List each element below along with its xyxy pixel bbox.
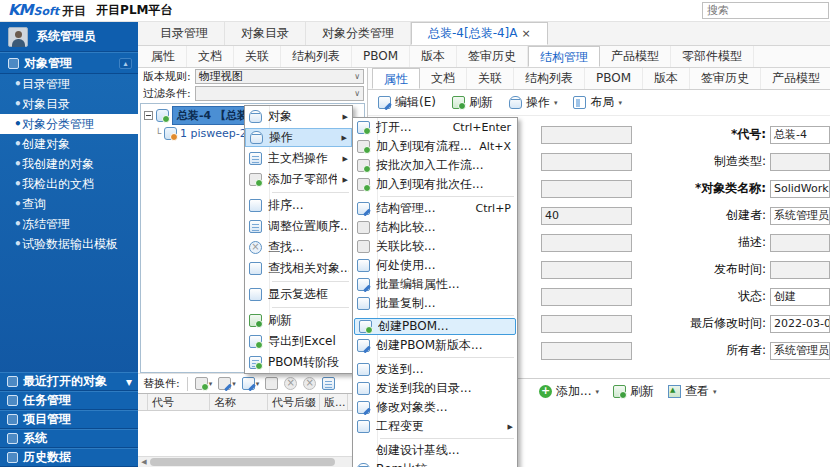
edit-doc-button[interactable]: ▾ (242, 377, 260, 390)
add-replace-part-button[interactable]: ▾ (195, 377, 213, 390)
edit-button[interactable]: 编辑(E) (378, 94, 436, 111)
field-input-owner[interactable]: 系统管理员 (770, 342, 830, 360)
version-rule-select[interactable]: 物理视图 ∨ (195, 69, 364, 84)
menu-item-find[interactable]: 查找... (245, 237, 352, 258)
close-tab-icon[interactable]: × (522, 22, 531, 45)
operation-button[interactable]: 操作▾ (509, 94, 558, 111)
field-input-code[interactable]: 总装-4 (770, 126, 830, 144)
submenu-item-send-my-folder[interactable]: 发送到我的目录... (353, 379, 517, 398)
tab-structure-management-active[interactable]: 结构管理 (528, 46, 600, 67)
field-input-creator[interactable]: 系统管理员 (770, 207, 830, 225)
rtab-structure-list[interactable]: 结构列表 (514, 68, 585, 89)
submenu-item-send-to[interactable]: 发送到... (353, 360, 517, 379)
rtab-pbom[interactable]: PBOM (585, 68, 643, 89)
submenu-item-batch-workflow[interactable]: 按批次加入工作流... (353, 156, 517, 175)
bottom-refresh-button[interactable]: 刷新 (613, 383, 654, 400)
clipboard-button[interactable] (322, 377, 335, 390)
refresh-button[interactable]: 刷新 (452, 94, 493, 111)
view-button[interactable]: 查看▾ (668, 383, 717, 400)
sidebar-section-system[interactable]: 系统 (0, 429, 138, 448)
submenu-item-design-baseline[interactable]: 创建设计基线... (353, 441, 517, 460)
tab-approval-history[interactable]: 签审历史 (457, 46, 528, 67)
submenu-item-batch-task[interactable]: 加入到现有批次任... (353, 175, 517, 194)
sidebar-user-row[interactable]: 系统管理员 (0, 22, 138, 52)
collapse-node-icon[interactable] (144, 111, 153, 120)
menu-item-add-child-part[interactable]: 添加子零部件▶ (245, 169, 352, 190)
sidebar-item-create-object[interactable]: •创建对象 (0, 134, 138, 154)
edit-gear-button[interactable]: ▾ (218, 377, 236, 390)
sidebar-section-object-management[interactable]: 对象管理 ▴ (0, 52, 138, 74)
tab-part-model[interactable]: 零部件模型 (671, 46, 754, 67)
column-name[interactable]: 名称 (210, 394, 268, 410)
sidebar-item-test-data-template[interactable]: •试验数据输出模板 (0, 234, 138, 254)
submenu-item-batch-copy[interactable]: 批量复制... (353, 294, 517, 313)
left-field-input[interactable] (541, 153, 632, 171)
rtab-documents[interactable]: 文档 (420, 68, 467, 89)
field-input-object-class[interactable]: SolidWorks零 (770, 180, 830, 198)
sidebar-item-object-classification[interactable]: •对象分类管理 (0, 114, 138, 134)
left-field-input[interactable] (541, 261, 632, 279)
field-input-last-modified[interactable]: 2022-03-07 1 (770, 315, 830, 333)
horizontal-scrollbar[interactable]: ◀ (138, 456, 367, 467)
sidebar-item-freeze-management[interactable]: •冻结管理 (0, 214, 138, 234)
left-field-input[interactable] (541, 288, 632, 306)
left-field-input[interactable]: 40 (541, 207, 632, 225)
left-field-input[interactable] (541, 234, 632, 252)
global-search-input[interactable] (702, 2, 829, 19)
expand-arrow-icon[interactable]: ▾ (126, 375, 132, 389)
submenu-item-relation-compare[interactable]: 关联比较... (353, 237, 517, 256)
sidebar-section-history-data[interactable]: 历史数据 (0, 448, 138, 467)
field-input-description[interactable] (770, 234, 830, 252)
field-input-status[interactable]: 创建 (770, 288, 830, 306)
add-button[interactable]: +添加...▾ (539, 383, 599, 400)
tab-properties[interactable]: 属性 (140, 46, 187, 67)
filter-select[interactable]: ∨ (195, 86, 364, 101)
sidebar-item-query[interactable]: •查询 (0, 194, 138, 214)
left-field-input[interactable] (541, 180, 632, 198)
column-version[interactable]: 版... (320, 394, 348, 410)
tab-object-catalog[interactable]: 对象目录 (225, 22, 306, 45)
layout-button[interactable]: 布局▾ (573, 94, 622, 111)
submenu-item-add-to-flow[interactable]: 加入到现有流程...Alt+X (353, 137, 517, 156)
rtab-version[interactable]: 版本 (643, 68, 690, 89)
submenu-item-engineering-change[interactable]: 工程变更▶ (353, 417, 517, 436)
tab-product-model[interactable]: 产品模型 (600, 46, 671, 67)
menu-item-pbom-stage[interactable]: PBOM转阶段 (245, 352, 352, 373)
submenu-item-batch-edit[interactable]: 批量编辑属性... (353, 275, 517, 294)
submenu-item-create-pbom-highlighted[interactable]: 创建PBOM... (354, 318, 516, 335)
left-field-input[interactable] (541, 342, 632, 360)
left-field-input[interactable] (541, 315, 632, 333)
sidebar-section-task-management[interactable]: 任务管理 (0, 391, 138, 410)
tab-structure-list[interactable]: 结构列表 (281, 46, 352, 67)
rtab-relations[interactable]: 关联 (467, 68, 514, 89)
sidebar-item-catalog-management[interactable]: •目录管理 (0, 74, 138, 94)
rtab-properties-active[interactable]: 属性 (372, 68, 420, 89)
menu-item-show-checkbox[interactable]: 显示复选框 (245, 284, 352, 305)
sidebar-section-project-management[interactable]: 项目管理 (0, 410, 138, 429)
menu-item-object[interactable]: 对象▶ (245, 106, 352, 127)
column-code-suffix[interactable]: 代号后缀 (268, 394, 320, 410)
submenu-item-create-pbom-version[interactable]: 创建PBOM新版本... (353, 336, 517, 355)
scroll-left-icon[interactable]: ◀ (139, 457, 149, 467)
column-code[interactable]: 代号 (148, 394, 210, 410)
tab-catalog-management[interactable]: 目录管理 (144, 22, 225, 45)
collapse-arrow-icon[interactable]: ▴ (119, 58, 132, 69)
rtab-product-model[interactable]: 产品模型 (761, 68, 830, 89)
submenu-item-structure-manage[interactable]: 结构管理...Ctrl+P (353, 199, 517, 218)
tab-object-classification[interactable]: 对象分类管理 (306, 22, 411, 45)
submenu-item-open[interactable]: 打开...Ctrl+Enter (353, 118, 517, 137)
scrollbar-thumb[interactable] (150, 458, 335, 466)
sidebar-item-my-checked-out-docs[interactable]: •我检出的文档 (0, 174, 138, 194)
menu-item-adjust-order[interactable]: 调整位置顺序... (245, 216, 352, 237)
tab-relations[interactable]: 关联 (234, 46, 281, 67)
sidebar-item-my-created-objects[interactable]: •我创建的对象 (0, 154, 138, 174)
submenu-item-structure-compare[interactable]: 结构比较... (353, 218, 517, 237)
tab-assembly-4-active[interactable]: 总装-4[总装-4]A × (411, 22, 548, 45)
field-input-manufacture-type[interactable] (770, 153, 830, 171)
rtab-approval-history[interactable]: 签审历史 (690, 68, 761, 89)
menu-item-operation-highlighted[interactable]: 操作▶ (245, 128, 352, 147)
submenu-item-where-used[interactable]: 何处使用... (353, 256, 517, 275)
sidebar-item-object-catalog[interactable]: •对象目录 (0, 94, 138, 114)
submenu-item-modify-class[interactable]: 修改对象类... (353, 398, 517, 417)
tab-version[interactable]: 版本 (410, 46, 457, 67)
